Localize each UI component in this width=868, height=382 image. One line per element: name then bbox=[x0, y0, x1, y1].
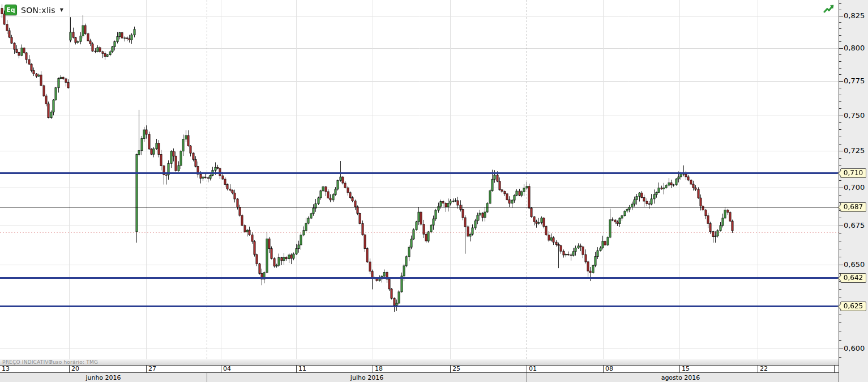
date-cell-label: 18 bbox=[375, 366, 383, 372]
price-minor-tick bbox=[839, 180, 841, 181]
month-cell: junho 2016 bbox=[0, 373, 207, 382]
price-minor-tick bbox=[839, 195, 841, 196]
price-minor-tick bbox=[839, 218, 841, 218]
date-cell: 08 bbox=[603, 366, 680, 372]
price-tick-label: 0,750 bbox=[844, 111, 865, 120]
candlestick-chart[interactable] bbox=[0, 0, 839, 359]
price-minor-tick bbox=[839, 257, 841, 257]
price-level-label: 0,687 bbox=[840, 202, 866, 212]
price-minor-tick bbox=[839, 122, 841, 123]
date-cell-label: 15 bbox=[682, 366, 690, 372]
price-tick bbox=[839, 188, 843, 188]
price-minor-tick bbox=[839, 95, 841, 95]
price-minor-tick bbox=[839, 241, 841, 241]
price-tick-label: 0,825 bbox=[844, 11, 865, 20]
price-minor-tick bbox=[839, 28, 841, 29]
price-axis[interactable]: 0,8250,8000,7750,7500,7250,7000,6750,650… bbox=[839, 0, 868, 382]
month-axis[interactable]: junho 2016julho 2016agosto 2016 bbox=[0, 373, 839, 382]
price-minor-tick bbox=[839, 144, 841, 145]
date-axis[interactable]: 1320270411182501081522 bbox=[0, 365, 839, 373]
trend-up-icon bbox=[823, 4, 835, 14]
price-tick-label: 0,650 bbox=[844, 260, 865, 269]
date-cell: 04 bbox=[221, 366, 297, 372]
date-cell: 20 bbox=[69, 366, 147, 372]
price-minor-tick bbox=[839, 315, 841, 315]
date-cell: 18 bbox=[373, 366, 451, 372]
price-minor-tick bbox=[839, 41, 841, 42]
price-minor-tick bbox=[839, 289, 841, 290]
price-minor-tick bbox=[839, 357, 841, 358]
price-minor-tick bbox=[839, 22, 841, 23]
price-level-label: 0,642 bbox=[840, 273, 866, 283]
equity-badge-icon: Eq bbox=[5, 5, 17, 15]
date-cell: 01 bbox=[527, 366, 604, 372]
price-level-label: 0,710 bbox=[840, 168, 866, 178]
date-cell-label: 11 bbox=[298, 366, 306, 372]
price-minor-tick bbox=[839, 234, 841, 234]
trend-arrow-button[interactable] bbox=[823, 4, 835, 14]
price-minor-tick bbox=[839, 249, 841, 249]
price-minor-tick bbox=[839, 158, 841, 159]
timezone-note: Fuso horário: TMG bbox=[50, 359, 98, 365]
price-tick bbox=[839, 265, 843, 265]
price-minor-tick bbox=[839, 88, 841, 88]
chevron-down-icon: ▼ bbox=[60, 7, 63, 12]
price-minor-tick bbox=[839, 3, 841, 4]
price-minor-tick bbox=[839, 54, 841, 55]
price-tick bbox=[839, 151, 843, 151]
price-minor-tick bbox=[839, 340, 841, 341]
price-level-label: 0,625 bbox=[840, 302, 866, 311]
price-minor-tick bbox=[839, 68, 841, 69]
price-tick bbox=[839, 48, 843, 49]
price-minor-tick bbox=[839, 10, 841, 10]
symbol-selector[interactable]: Eq SON:xlis ▼ bbox=[5, 5, 63, 15]
price-tick-label: 0,700 bbox=[844, 183, 865, 192]
date-cell: 22 bbox=[758, 366, 835, 372]
date-cell-label: 08 bbox=[605, 366, 613, 372]
price-tick bbox=[839, 116, 843, 116]
date-cell-label: 01 bbox=[529, 366, 537, 372]
date-cell-label: 13 bbox=[2, 366, 10, 372]
price-minor-tick bbox=[839, 165, 841, 166]
price-minor-tick bbox=[839, 298, 841, 298]
axis-corner bbox=[839, 359, 868, 382]
date-cell-label: 25 bbox=[452, 366, 460, 372]
price-minor-tick bbox=[839, 137, 841, 137]
price-tick-label: 0,800 bbox=[844, 44, 865, 52]
date-cell: 27 bbox=[146, 366, 221, 372]
symbol-label: SON:xlis bbox=[21, 6, 55, 15]
price-minor-tick bbox=[839, 35, 841, 36]
price-tick-label: 0,600 bbox=[844, 344, 865, 353]
month-cell: julho 2016 bbox=[207, 373, 527, 382]
price-tick-label: 0,775 bbox=[844, 77, 865, 85]
price-minor-tick bbox=[839, 108, 841, 109]
price-tick bbox=[839, 349, 843, 349]
month-cell: agosto 2016 bbox=[527, 373, 834, 382]
price-minor-tick bbox=[839, 129, 841, 130]
indicative-price-note: PREÇO INDICATIVO bbox=[2, 359, 53, 365]
price-minor-tick bbox=[839, 332, 841, 332]
price-tick bbox=[839, 16, 843, 16]
footer-strip: PREÇO INDICATIVO Fuso horário: TMG bbox=[0, 359, 839, 365]
date-cell: 25 bbox=[450, 366, 527, 372]
price-minor-tick bbox=[839, 322, 841, 323]
price-tick bbox=[839, 81, 843, 82]
date-cell-label: 04 bbox=[223, 366, 231, 372]
price-tick-label: 0,675 bbox=[844, 221, 865, 230]
date-cell: 13 bbox=[0, 366, 69, 372]
date-axis-end bbox=[834, 366, 839, 372]
date-cell: 15 bbox=[679, 366, 758, 372]
date-cell-label: 27 bbox=[148, 366, 156, 372]
price-tick-label: 0,725 bbox=[844, 146, 865, 155]
date-cell: 11 bbox=[296, 366, 373, 372]
date-cell-label: 20 bbox=[71, 366, 79, 372]
date-cell-label: 22 bbox=[760, 366, 768, 372]
trading-chart-app: Eq SON:xlis ▼ 0,8250,8000,7750,7500,7250… bbox=[0, 0, 868, 382]
price-tick bbox=[839, 226, 843, 226]
price-minor-tick bbox=[839, 61, 841, 62]
price-minor-tick bbox=[839, 74, 841, 75]
price-minor-tick bbox=[839, 101, 841, 102]
